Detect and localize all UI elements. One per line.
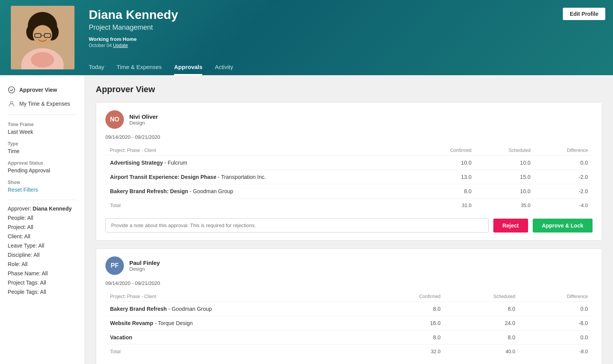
user-name: Diana Kennedy (89, 8, 605, 22)
filter-leave[interactable]: Leave Type: All (0, 241, 85, 250)
filter-project-tags[interactable]: Project Tags: All (0, 278, 85, 287)
nav-approvals[interactable]: Approvals (174, 64, 202, 75)
total-label: Total (105, 199, 418, 212)
col-difference-paul: Difference (520, 292, 593, 302)
header-date: October 04 Update (89, 43, 605, 48)
table-row: Website Revamp - Torque Design 16.0 24.0… (105, 316, 593, 330)
scheduled-cell: 8.0 (445, 302, 520, 316)
sidebar-divider-2 (8, 200, 77, 200)
table-row: Bakery Brand Refresh: Design - Goodman G… (105, 184, 593, 199)
table-row: Vacation 8.0 8.0 0.0 (105, 330, 593, 345)
total-label: Total (105, 345, 372, 359)
filter-phase[interactable]: Phase Name: All (0, 269, 85, 278)
scheduled-cell: 8.0 (445, 330, 520, 345)
sidebar-item-approver-view[interactable]: Approver View (0, 83, 85, 97)
action-row-nivi: Reject Approve & Lock (105, 218, 593, 233)
approval-table-paul: Project: Phase - Client Confirmed Schedu… (105, 292, 593, 358)
filter-role[interactable]: Role: All (0, 260, 85, 269)
nav-activity[interactable]: Activity (215, 64, 233, 75)
difference-cell: 0.0 (520, 302, 593, 316)
person-name-paul: Paul Finley (129, 260, 160, 266)
col-confirmed-paul: Confirmed (372, 292, 445, 302)
approval-table-nivi: Project: Phase - Client Confirmed Schedu… (105, 145, 593, 212)
filter-discipline[interactable]: Discipline: All (0, 250, 85, 260)
sidebar-item-my-time[interactable]: My Time & Expenses (0, 97, 85, 111)
approve-button-nivi[interactable]: Approve & Lock (533, 219, 593, 233)
person-name-nivi: Nivi Oliver (129, 113, 158, 120)
approval-status-value[interactable]: Pending Approval (0, 167, 85, 177)
filter-client[interactable]: Client: All (0, 232, 85, 241)
difference-cell: -2.0 (535, 170, 593, 184)
approver-view-label: Approver View (19, 87, 57, 93)
approval-status-label: Approval Status (0, 157, 85, 167)
edit-profile-button[interactable]: Edit Profile (563, 8, 605, 20)
header: Diana Kennedy Project Management Working… (0, 0, 613, 75)
total-row-paul: Total 32.0 40.0 -8.0 (105, 345, 593, 359)
project-cell: Website Revamp - Torque Design (105, 316, 372, 330)
filter-people[interactable]: People: All (0, 213, 85, 222)
confirmed-cell: 8.0 (372, 330, 445, 345)
work-status: Working from Home (89, 36, 605, 42)
page-title: Approver View (96, 84, 602, 94)
avatar-paul: PF (105, 256, 124, 275)
confirmed-cell: 16.0 (372, 316, 445, 330)
approval-card-nivi: NO Nivi Oliver Design 09/14/2020 - 09/21… (96, 102, 602, 241)
type-value[interactable]: Time (0, 147, 85, 157)
project-cell: Airport Transit Experience: Design Phase… (105, 170, 418, 184)
col-scheduled-nivi: Scheduled (476, 145, 535, 156)
time-frame-value[interactable]: Last Week (0, 128, 85, 138)
total-confirmed: 32.0 (372, 345, 445, 359)
total-difference: -8.0 (520, 345, 593, 359)
header-avatar-area (0, 0, 85, 75)
user-avatar (11, 6, 75, 69)
approval-card-paul: PF Paul Finley Design 09/14/2020 - 09/21… (96, 248, 602, 364)
note-input-nivi[interactable] (105, 218, 489, 233)
total-confirmed: 31.0 (418, 199, 476, 212)
difference-cell: 0.0 (535, 156, 593, 170)
difference-cell: -8.0 (520, 316, 593, 330)
sidebar: Approver View My Time & Expenses Time Fr… (0, 75, 85, 364)
person-info-nivi: Nivi Oliver Design (129, 113, 158, 126)
scheduled-cell: 15.0 (476, 170, 535, 184)
nav-time-expenses[interactable]: Time & Expenses (117, 64, 162, 75)
confirmed-cell: 13.0 (418, 170, 476, 184)
total-row-nivi: Total 31.0 35.0 -4.0 (105, 199, 593, 212)
avatar-nivi: NO (105, 110, 124, 129)
confirmed-cell: 8.0 (372, 302, 445, 316)
date-range-nivi: 09/14/2020 - 09/21/2020 (105, 134, 593, 140)
filter-project[interactable]: Project: All (0, 222, 85, 232)
difference-cell: 0.0 (520, 330, 593, 345)
scheduled-cell: 10.0 (476, 184, 535, 199)
col-difference-nivi: Difference (535, 145, 593, 156)
confirmed-cell: 10.0 (418, 156, 476, 170)
reset-filters[interactable]: Reset Filters (0, 186, 85, 196)
main-layout: Approver View My Time & Expenses Time Fr… (0, 75, 613, 364)
person-header-paul: PF Paul Finley Design (105, 256, 593, 275)
my-time-label: My Time & Expenses (19, 101, 70, 107)
project-cell: Bakery Brand Refresh: Design - Goodman G… (105, 184, 418, 199)
person-dept-paul: Design (129, 266, 160, 272)
person-dept-nivi: Design (129, 120, 158, 126)
type-label: Type (0, 138, 85, 147)
filter-people-tags[interactable]: People Tags: All (0, 287, 85, 297)
difference-cell: -2.0 (535, 184, 593, 199)
table-row: Bakery Brand Refresh - Goodman Group 8.0… (105, 302, 593, 316)
filter-approver: Approver: Diana Kennedy (0, 204, 85, 213)
date-range-paul: 09/14/2020 - 09/21/2020 (105, 280, 593, 286)
time-frame-label: Time Frame (0, 119, 85, 128)
confirmed-cell: 8.0 (418, 184, 476, 199)
nav-today[interactable]: Today (89, 64, 104, 75)
check-circle-icon (8, 86, 15, 94)
col-project-nivi: Project: Phase - Client (105, 145, 418, 156)
scheduled-cell: 24.0 (445, 316, 520, 330)
user-title: Project Management (89, 24, 605, 32)
project-cell: Bakery Brand Refresh - Goodman Group (105, 302, 372, 316)
project-cell: Advertising Strategy - Fulcrum (105, 156, 418, 170)
total-difference: -4.0 (535, 199, 593, 212)
svg-point-13 (31, 52, 54, 67)
total-scheduled: 40.0 (445, 345, 520, 359)
col-project-paul: Project: Phase - Client (105, 292, 372, 302)
scheduled-cell: 10.0 (476, 156, 535, 170)
reject-button-nivi[interactable]: Reject (493, 219, 528, 233)
update-link[interactable]: Update (113, 43, 128, 48)
